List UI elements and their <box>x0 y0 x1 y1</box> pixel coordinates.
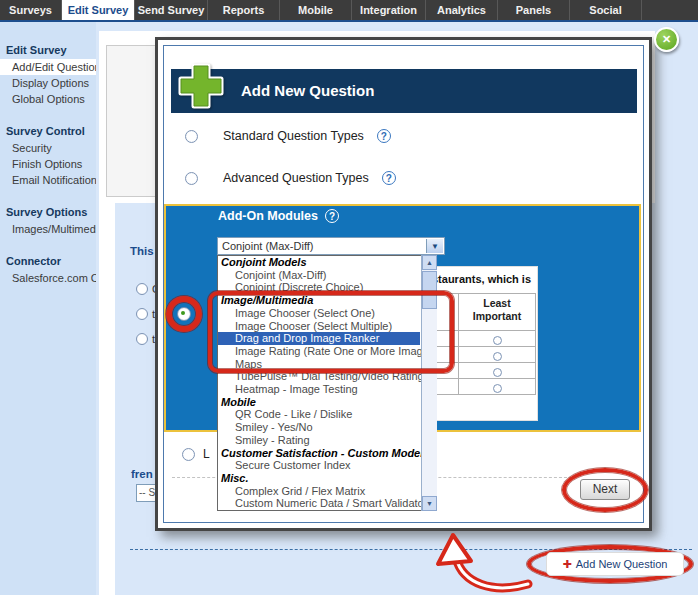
dropdown-option[interactable]: Image Rating (Rate One or More Images) <box>218 345 420 358</box>
preview-table: Least Important <box>420 293 536 395</box>
preview-column-header: Least Important <box>459 294 535 330</box>
plus-icon: ✚ <box>563 558 572 571</box>
dropdown-option[interactable]: Misc. <box>218 472 420 485</box>
sidebar-section-title: Connector <box>0 253 96 270</box>
preview-radio-cell <box>459 379 535 394</box>
add-new-question-button[interactable]: ✚ Add New Question <box>546 552 684 576</box>
dropdown-option[interactable]: Maps <box>218 358 420 371</box>
dropdown-option[interactable]: Image Chooser (Select One) <box>218 307 420 320</box>
add-question-modal: Add New Question Standard Question Types… <box>155 37 652 531</box>
sidebar-item[interactable]: Finish Options <box>0 156 96 172</box>
sidebar-item[interactable]: Global Options <box>0 91 96 107</box>
nav-tab[interactable]: Send Survey <box>135 0 208 20</box>
sidebar-spacer <box>0 107 96 123</box>
preview-radio[interactable] <box>493 352 502 361</box>
addon-dropdown-list: Conjoint ModelsConjoint (Max-Diff)Conjoi… <box>217 255 437 511</box>
next-button[interactable]: Next <box>580 479 630 500</box>
sidebar-item[interactable]: Salesforce.com CRM <box>0 270 96 286</box>
preview-radio-cell <box>459 363 535 378</box>
answer-radio[interactable] <box>136 308 148 320</box>
close-icon[interactable]: ✕ <box>654 27 679 52</box>
sidebar-spacer <box>0 188 96 204</box>
background-field-label: fren <box>131 468 153 480</box>
hidden-option-radio[interactable] <box>182 448 195 461</box>
top-navbar: SurveysEdit SurveySend SurveyReportsMobi… <box>0 0 698 22</box>
question-type-options: Standard Question Types ? Advanced Quest… <box>185 126 605 210</box>
sidebar-section-title: Edit Survey <box>0 42 96 59</box>
add-new-question-label: Add New Question <box>576 558 668 570</box>
nav-tab[interactable]: Analytics <box>426 0 498 20</box>
question-type-label: Advanced Question Types <box>211 171 369 185</box>
dropdown-option[interactable]: Image/Multimedia <box>218 294 420 307</box>
sidebar-item[interactable]: Email Notification <box>0 172 96 188</box>
dropdown-option[interactable]: TubePulse™ Dial Testing/Video Rating <box>218 370 420 383</box>
nav-tab[interactable]: Edit Survey <box>62 0 135 20</box>
preview-table-row <box>421 362 535 378</box>
preview-table-header: Least Important <box>421 294 535 330</box>
dropdown-option[interactable]: Mobile <box>218 396 420 409</box>
scroll-down-icon[interactable]: ▼ <box>422 496 437 511</box>
question-type-row: Standard Question Types ? <box>185 126 605 146</box>
nav-tab[interactable]: Surveys <box>0 0 62 20</box>
addon-select-value: Conjoint (Max-Diff) <box>222 238 314 254</box>
preview-radio[interactable] <box>493 368 502 377</box>
help-icon[interactable]: ? <box>382 171 396 185</box>
help-icon[interactable]: ? <box>325 209 339 223</box>
dropdown-option[interactable]: Secure Customer Index <box>218 459 420 472</box>
preview-radio[interactable] <box>493 384 502 393</box>
bottom-dashed-separator <box>130 549 692 550</box>
dropdown-option[interactable]: Customer Satisfaction - Custom Models <box>218 447 420 460</box>
answer-radio[interactable] <box>136 333 148 345</box>
dropdown-option[interactable]: Drag and Drop Image Ranker <box>218 332 420 345</box>
nav-tab[interactable]: Social <box>570 0 642 20</box>
dropdown-option[interactable]: Heatmap - Image Testing <box>218 383 420 396</box>
dropdown-option[interactable]: Conjoint Models <box>218 256 420 269</box>
dropdown-option[interactable]: QR Code - Like / Dislike <box>218 408 420 421</box>
question-type-label: Standard Question Types <box>211 129 364 143</box>
dropdown-scrollbar[interactable]: ▲ ▼ <box>421 255 437 511</box>
preview-table-row <box>421 330 535 346</box>
question-type-radio[interactable] <box>185 130 198 143</box>
sidebar-section-title: Survey Control <box>0 123 96 140</box>
dropdown-option[interactable]: Image Chooser (Select Multiple) <box>218 320 420 333</box>
question-type-row: Advanced Question Types ? <box>185 168 605 188</box>
sidebar-spacer <box>0 237 96 253</box>
dropdown-option[interactable]: Custom Numeric Data / Smart Validator <box>218 497 420 510</box>
dropdown-option[interactable]: Smiley - Yes/No <box>218 421 420 434</box>
hidden-question-option: L <box>182 447 210 461</box>
preview-radio[interactable] <box>493 336 502 345</box>
question-type-radio[interactable] <box>185 172 198 185</box>
dropdown-option[interactable]: Smiley - Rating <box>218 434 420 447</box>
scroll-up-icon[interactable]: ▲ <box>422 255 437 270</box>
modal-header: Add New Question <box>171 69 637 113</box>
sidebar-item[interactable]: Security <box>0 140 96 156</box>
help-icon[interactable]: ? <box>377 129 391 143</box>
preview-radio-cell <box>459 347 535 362</box>
scrollbar-thumb[interactable] <box>422 271 437 309</box>
sidebar-item[interactable]: Add/Edit Questions <box>0 59 96 75</box>
sidebar-item[interactable]: Images/Multimedia <box>0 221 96 237</box>
chevron-down-icon[interactable]: ▼ <box>426 239 443 253</box>
preview-radio-cell <box>459 331 535 346</box>
dropdown-option[interactable]: Complex Grid / Flex Matrix <box>218 485 420 498</box>
background-question-text: This <box>130 245 154 257</box>
hidden-option-label: L <box>203 447 210 461</box>
plus-icon <box>175 60 227 112</box>
addon-modules-title: Add-On Modules ? <box>218 209 339 223</box>
dropdown-option[interactable]: Conjoint (Max-Diff) <box>218 269 420 282</box>
sidebar: Edit Survey Add/Edit QuestionsDisplay Op… <box>0 22 96 595</box>
nav-tab[interactable]: Integration <box>352 0 426 20</box>
preview-table-row <box>421 378 535 394</box>
dropdown-option[interactable]: Conjoint (Discrete Choice) <box>218 281 420 294</box>
preview-table-row <box>421 346 535 362</box>
sidebar-item[interactable]: Display Options <box>0 75 96 91</box>
nav-tab[interactable]: Reports <box>208 0 280 20</box>
sidebar-section-title: Survey Options <box>0 204 96 221</box>
addon-modules-label: Add-On Modules <box>218 209 318 223</box>
nav-tab[interactable]: Mobile <box>280 0 352 20</box>
addon-select[interactable]: Conjoint (Max-Diff) ▼ <box>217 237 445 255</box>
answer-radio[interactable] <box>136 283 148 295</box>
modal-title: Add New Question <box>241 69 374 113</box>
nav-tab[interactable]: Panels <box>498 0 570 20</box>
